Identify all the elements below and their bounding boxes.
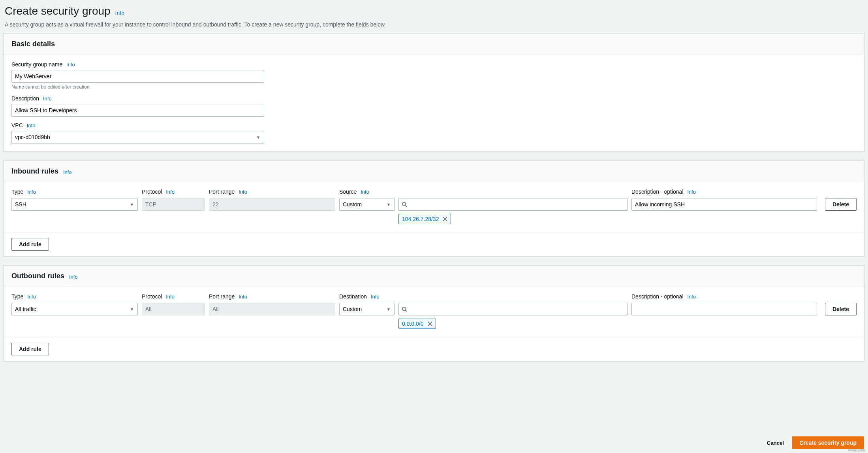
security-group-name-label: Security group name Info [11, 61, 857, 68]
outbound-port-readonly: All [209, 303, 335, 315]
outbound-type-info[interactable]: Info [27, 294, 36, 300]
description-info-link[interactable]: Info [43, 96, 52, 102]
inbound-type-cell: ▼ [11, 198, 138, 211]
outbound-protocol-cell: All [142, 303, 205, 315]
inbound-source-header: Source Info [339, 189, 395, 195]
vpc-label: VPC Info [11, 122, 857, 128]
outbound-desc-info[interactable]: Info [687, 294, 696, 300]
vpc-select[interactable] [11, 131, 264, 143]
inbound-type-select[interactable] [11, 198, 138, 211]
description-field: Description Info [11, 95, 857, 117]
inbound-port-readonly: 22 [209, 198, 335, 211]
remove-token-icon[interactable] [428, 321, 432, 326]
inbound-rules-title: Inbound rules [11, 167, 58, 176]
outbound-type-select[interactable] [11, 303, 138, 315]
outbound-dest-token: 0.0.0.0/0 [398, 319, 436, 329]
outbound-dest-info[interactable]: Info [371, 294, 380, 300]
vpc-field: VPC Info ▼ [11, 122, 857, 143]
description-label: Description Info [11, 95, 857, 102]
inbound-protocol-cell: TCP [142, 198, 205, 211]
inbound-protocol-readonly: TCP [142, 198, 205, 211]
inbound-source-token: 104.26.7.28/32 [398, 214, 451, 224]
outbound-delete-cell: Delete [821, 303, 857, 315]
outbound-add-rule-button[interactable]: Add rule [11, 343, 49, 355]
outbound-dest-mode-cell: ▼ [339, 303, 395, 315]
outbound-rules-panel: Outbound rules Info Type Info Protocol I… [3, 265, 865, 361]
inbound-source-search-cell: 104.26.7.28/32 [398, 198, 628, 224]
vpc-info-link[interactable]: Info [27, 123, 36, 128]
security-group-name-input[interactable] [11, 70, 264, 83]
inbound-info-link[interactable]: Info [63, 169, 72, 175]
inbound-source-mode-select[interactable] [339, 198, 395, 211]
description-input[interactable] [11, 104, 264, 117]
inbound-source-mode-cell: ▼ [339, 198, 395, 211]
outbound-protocol-info[interactable]: Info [166, 294, 175, 300]
outbound-port-cell: All [209, 303, 335, 315]
outbound-protocol-header: Protocol Info [142, 293, 205, 300]
inbound-desc-header: Description - optional Info [631, 189, 817, 195]
outbound-delete-button[interactable]: Delete [825, 303, 857, 315]
token-label: 0.0.0.0/0 [402, 321, 424, 327]
outbound-rules-header: Outbound rules Info [4, 266, 864, 287]
outbound-desc-cell [631, 303, 817, 315]
inbound-source-search-input[interactable] [398, 198, 628, 211]
outbound-dest-search-cell: 0.0.0.0/0 [398, 303, 628, 329]
remove-token-icon[interactable] [443, 217, 447, 221]
inbound-source-info[interactable]: Info [361, 189, 369, 195]
outbound-dest-tokens: 0.0.0.0/0 [398, 319, 628, 329]
inbound-protocol-info[interactable]: Info [166, 189, 175, 195]
outbound-port-info[interactable]: Info [239, 294, 247, 300]
security-group-name-hint: Name cannot be edited after creation. [11, 84, 857, 90]
outbound-type-header: Type Info [11, 293, 138, 300]
inbound-add-rule-button[interactable]: Add rule [11, 238, 49, 251]
outbound-protocol-readonly: All [142, 303, 205, 315]
inbound-desc-info[interactable]: Info [687, 189, 696, 195]
inbound-type-info[interactable]: Info [27, 189, 36, 195]
basic-details-title: Basic details [11, 40, 55, 48]
inbound-port-cell: 22 [209, 198, 335, 211]
page-title: Create security group [5, 5, 111, 17]
inbound-type-header: Type Info [11, 189, 138, 195]
inbound-source-tokens: 104.26.7.28/32 [398, 214, 628, 224]
security-group-name-field: Security group name Info Name cannot be … [11, 61, 857, 90]
basic-details-header: Basic details [4, 34, 864, 55]
outbound-dest-search-input[interactable] [398, 303, 628, 315]
inbound-rules-header: Inbound rules Info [4, 161, 864, 182]
outbound-type-cell: ▼ [11, 303, 138, 315]
outbound-info-link[interactable]: Info [69, 274, 78, 280]
page-subtitle: A security group acts as a virtual firew… [5, 21, 863, 28]
inbound-port-info[interactable]: Info [239, 189, 247, 195]
inbound-protocol-header: Protocol Info [142, 189, 205, 195]
token-label: 104.26.7.28/32 [402, 216, 439, 222]
inbound-delete-cell: Delete [821, 198, 857, 211]
outbound-rules-grid: Type Info Protocol Info Port range Info … [11, 293, 857, 329]
page-header: Create security group Info A security gr… [3, 3, 865, 33]
inbound-rules-grid: Type Info Protocol Info Port range Info … [11, 189, 857, 224]
page-info-link[interactable]: Info [115, 10, 124, 16]
inbound-port-header: Port range Info [209, 189, 335, 195]
basic-details-panel: Basic details Security group name Info N… [3, 33, 865, 152]
inbound-delete-button[interactable]: Delete [825, 198, 857, 211]
outbound-port-header: Port range Info [209, 293, 335, 300]
outbound-desc-input[interactable] [631, 303, 817, 315]
inbound-desc-input[interactable] [631, 198, 817, 211]
outbound-dest-header: Destination Info [339, 293, 395, 300]
sg-name-info-link[interactable]: Info [66, 62, 75, 68]
outbound-rules-title: Outbound rules [11, 272, 64, 280]
inbound-desc-cell [631, 198, 817, 211]
inbound-rules-panel: Inbound rules Info Type Info Protocol In… [3, 160, 865, 257]
outbound-dest-mode-select[interactable] [339, 303, 395, 315]
vpc-select-wrap: ▼ [11, 131, 264, 143]
outbound-desc-header: Description - optional Info [631, 293, 817, 300]
